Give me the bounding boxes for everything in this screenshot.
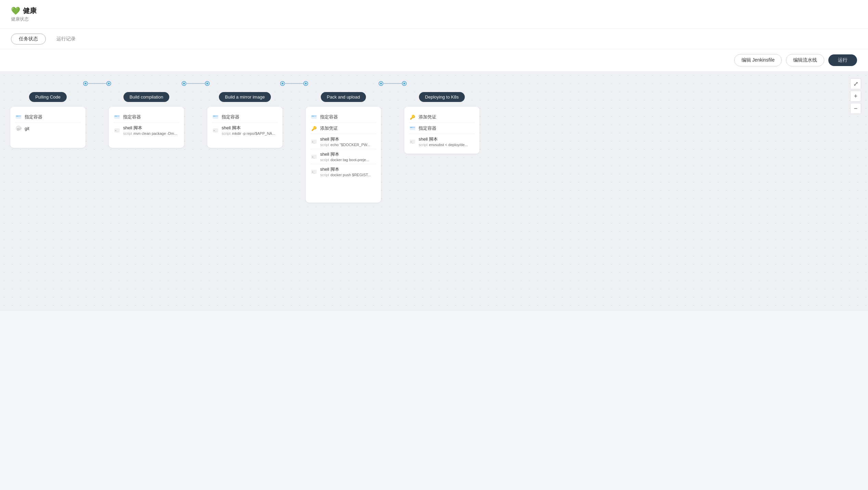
svg-point-14: [213, 116, 214, 117]
step-container-5[interactable]: 指定容器: [409, 123, 475, 134]
page-title: 健康: [23, 6, 37, 15]
step-container-3[interactable]: 指定容器: [212, 112, 278, 123]
step-name-shell-5: shell 脚本: [419, 136, 468, 142]
shell-icon-4c: >_: [311, 168, 317, 175]
step-shell-3[interactable]: >_ shell 脚本 script mkdir -p repo/$APP_NA…: [212, 123, 278, 138]
step-credential-4[interactable]: 🔑 添加凭证: [311, 123, 376, 134]
step-name-container-5: 指定容器: [419, 125, 436, 131]
step-git[interactable]: git git: [15, 123, 81, 134]
run-button[interactable]: 运行: [828, 54, 857, 66]
svg-point-8: [115, 116, 116, 117]
step-container-2[interactable]: 指定容器: [114, 112, 179, 123]
stage-pack-upload: Pack and upload 指定容器 🔑: [306, 92, 381, 203]
step-name-shell-4b: shell 脚本: [320, 151, 369, 157]
tab-task-status[interactable]: 任务状态: [11, 34, 46, 44]
stage-build-mirror: Build a mirror image 指定容器: [207, 92, 282, 148]
script-val-2: mvn clean package -Dm...: [133, 131, 177, 136]
stage-pulling-code: Pulling Code 指定容器: [10, 92, 86, 148]
script-val-4a: echo "$DOCKER_PW...: [330, 143, 370, 147]
step-name-container-1: 指定容器: [25, 114, 42, 120]
step-container-4[interactable]: 指定容器: [311, 112, 376, 123]
zoom-out-button[interactable]: −: [850, 103, 861, 114]
health-icon: 💚: [11, 7, 20, 15]
step-credential-5[interactable]: 🔑 添加凭证: [409, 112, 475, 123]
git-icon: git: [15, 125, 22, 132]
step-name-credential-5: 添加凭证: [419, 114, 436, 120]
toolbar: 编辑 Jenkinsfile 编辑流水线 运行: [0, 49, 868, 72]
svg-text:>_: >_: [213, 129, 216, 132]
shell-icon-5: >_: [409, 138, 416, 145]
connector-dot-right-1: [107, 82, 110, 85]
stage-card-deploy-k8s: 🔑 添加凭证 指定容器: [404, 107, 479, 154]
step-name-container-4: 指定容器: [320, 114, 338, 120]
connector-line-2: [185, 83, 206, 84]
svg-text:git: git: [17, 127, 21, 130]
step-shell-4a[interactable]: >_ shell 脚本 script echo "$DOCKER_PW...: [311, 134, 376, 149]
connector-dot-right-4: [403, 82, 406, 85]
connector-dot-right-2: [206, 82, 209, 85]
svg-point-2: [16, 116, 17, 117]
stage-label-build-compilation[interactable]: Build compilation: [123, 92, 169, 102]
tab-run-log[interactable]: 运行记录: [49, 34, 83, 44]
zoom-expand-button[interactable]: ⤢: [850, 78, 861, 89]
stage-label-pulling-code[interactable]: Pulling Code: [29, 92, 67, 102]
credential-icon-5: 🔑: [409, 114, 416, 120]
svg-point-20: [312, 116, 313, 117]
container-icon-1: [15, 114, 22, 120]
shell-icon-2: >_: [114, 127, 120, 134]
svg-point-9: [116, 116, 117, 117]
tabs-bar: 任务状态 运行记录: [0, 29, 868, 49]
stage-label-deploy-k8s[interactable]: Deploying to K8s: [419, 92, 465, 102]
script-val-4b: docker tag boot-preje...: [330, 158, 369, 162]
zoom-controls: ⤢ + −: [850, 78, 861, 114]
script-val-5: envsubst < deploy/de...: [429, 143, 468, 147]
svg-point-31: [411, 127, 412, 128]
page-subtitle: 健康状态: [11, 16, 37, 22]
container-icon-4: [311, 114, 317, 120]
svg-text:>_: >_: [312, 156, 315, 158]
script-label-3: script: [222, 131, 231, 136]
step-container-1[interactable]: 指定容器: [15, 112, 81, 123]
connector-2: [183, 82, 209, 85]
edit-pipeline-button[interactable]: 编辑流水线: [786, 54, 824, 66]
step-shell-4b[interactable]: >_ shell 脚本 script docker tag boot-preje…: [311, 149, 376, 164]
step-name-shell-4c: shell 脚本: [320, 166, 371, 172]
svg-text:>_: >_: [410, 141, 413, 143]
step-shell-2[interactable]: >_ shell 脚本 script mvn clean package -Dm…: [114, 123, 179, 138]
connector-dot-right-3: [304, 82, 307, 85]
svg-point-21: [313, 116, 314, 117]
step-name-shell-3: shell 脚本: [222, 125, 275, 131]
step-shell-4c[interactable]: >_ shell 脚本 script docker push $REGIST..…: [311, 164, 376, 179]
script-val-4c: docker push $REGIST...: [330, 173, 371, 177]
shell-icon-3: >_: [212, 127, 219, 134]
svg-point-3: [17, 116, 18, 117]
svg-point-15: [214, 116, 215, 117]
stage-card-pulling-code: 指定容器 git git: [10, 107, 86, 148]
container-icon-5: [409, 125, 416, 132]
script-label-2: script: [123, 131, 132, 136]
stage-deploy-k8s: Deploying to K8s 🔑 添加凭证: [404, 92, 479, 154]
zoom-in-button[interactable]: +: [850, 91, 861, 102]
stage-card-build-mirror: 指定容器 >_ shell 脚本 script mkdir: [207, 107, 282, 148]
container-icon-3: [212, 114, 219, 120]
pipeline: Pulling Code 指定容器: [10, 85, 858, 203]
stage-build-compilation: Build compilation 指定容器 >_: [109, 92, 184, 148]
svg-text:>_: >_: [312, 141, 315, 143]
svg-point-30: [410, 127, 411, 128]
stage-label-build-mirror[interactable]: Build a mirror image: [219, 92, 271, 102]
step-name-credential-4: 添加凭证: [320, 125, 338, 131]
shell-icon-4b: >_: [311, 153, 317, 160]
step-name-shell-4a: shell 脚本: [320, 136, 370, 142]
connector-4: [380, 82, 406, 85]
step-name-container-2: 指定容器: [123, 114, 141, 120]
connector-line-3: [284, 83, 304, 84]
stage-card-pack-upload: 指定容器 🔑 添加凭证: [306, 107, 381, 203]
svg-text:>_: >_: [312, 171, 315, 173]
stage-label-pack-upload[interactable]: Pack and upload: [321, 92, 366, 102]
connector-1: [84, 82, 110, 85]
header: 💚 健康 健康状态: [0, 0, 868, 29]
step-name-container-3: 指定容器: [222, 114, 239, 120]
script-val-3: mkdir -p repo/$APP_NA...: [232, 131, 275, 136]
step-shell-5[interactable]: >_ shell 脚本 script envsubst < deploy/de.…: [409, 134, 475, 149]
edit-jenkinsfile-button[interactable]: 编辑 Jenkinsfile: [734, 54, 782, 66]
